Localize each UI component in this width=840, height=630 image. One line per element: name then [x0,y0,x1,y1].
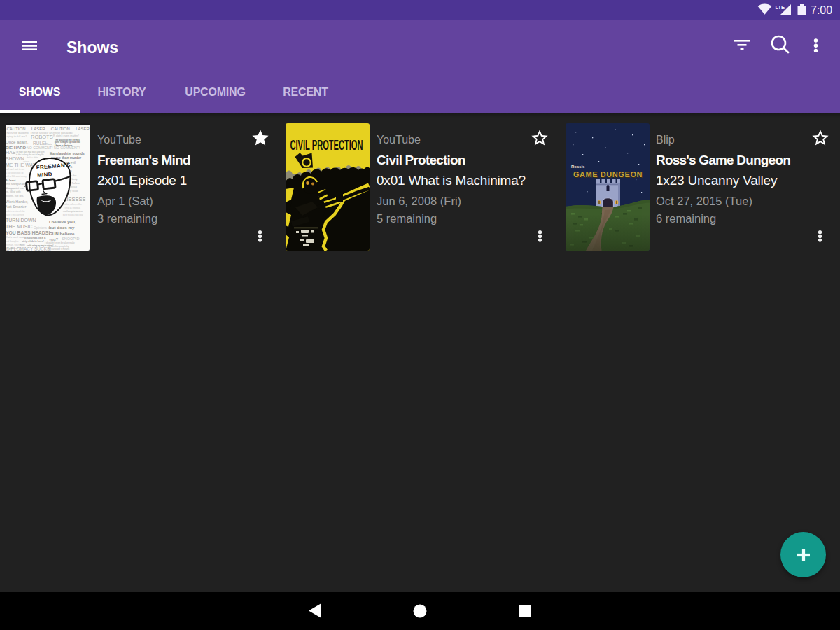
svg-text:strip club in here!: strip club in here! [22,240,44,243]
svg-text:Not Smarter: Not Smarter [6,204,27,209]
svg-text:At least: At least [6,178,16,182]
svg-text:DIPLOMACY SUCKS!: DIPLOMACY SUCKS! [6,246,51,251]
svg-text:a 50ft projection up: a 50ft projection up [6,172,24,174]
svg-text:CIVIL PROTECTION: CIVIL PROTECTION [290,136,363,153]
svg-text:SHOWN: SHOWN [6,156,24,161]
svg-text:hasn't I fell court here: hasn't I fell court here [6,214,24,216]
svg-text:R didn't even matter!: R didn't even matter! [53,134,79,137]
svg-text:real thoughts: real thoughts [6,240,19,243]
svg-text:disappoint me.: disappoint me. [6,186,24,190]
svg-text:TURN DOWN: TURN DOWN [6,218,36,223]
svg-text:that's a dollar: that's a dollar [27,156,38,159]
svg-text:ns, filled with: ns, filled with [6,190,21,193]
svg-text:but does my: but does my [49,225,75,230]
svg-text:coffee, coffee, coffee: coffee, coffee, coffee [64,203,82,206]
svg-text:SNOOPID: SNOOPID [62,237,79,241]
svg-text:but if this you took your: but if this you took your [63,214,83,216]
svg-text:NO COMMENT! NO COMMENT!: NO COMMENT! NO COMMENT! [27,146,80,150]
svg-text:it's not as strong as: it's not as strong as [64,206,81,209]
svg-text:I shouldn't even be alive real: I shouldn't even be alive really [45,241,75,244]
svg-text:bullets, not lies.: bullets, not lies. [6,195,24,197]
svg-text:Work Harder,: Work Harder, [6,200,29,204]
svg-text:smile in a mineral club: smile in a mineral club [6,210,25,213]
svg-text:Once again,: Once again, [6,140,29,144]
svg-text:ROBOTS: ROBOTS [31,134,53,140]
svg-text:Manslaughter sounds: Manslaughter sounds [50,152,85,155]
svg-text:ME THE WAY: ME THE WAY [6,162,36,167]
svg-text:YOU BASS HEADS!: YOU BASS HEADS! [6,230,50,235]
svg-text:DIE HARD: DIE HARD [6,146,27,150]
svg-text:rying to kill me?: rying to kill me? [7,134,28,138]
svg-text:I believe you,: I believe you, [49,219,76,224]
svg-text:Owl's can't read: Owl's can't read [6,236,24,239]
svg-text:MIND: MIND [37,171,52,178]
svg-text:HAS: HAS [6,150,16,155]
svg-text:so I can't wait to see: so I can't wait to see [6,168,24,171]
svg-text:with a 300 word essay: with a 300 word essay [6,175,27,178]
svg-text:GUN believe: GUN believe [49,231,75,236]
svg-text:THE MUSIC: THE MUSIC [6,224,33,229]
svg-text:methamphetamine: methamphetamine [63,210,83,213]
svg-text:gone straight up now that: gone straight up now that [55,141,80,144]
svg-text:GAME DUNGEON: GAME DUNGEON [573,170,643,178]
svg-text:LTE: LTE [776,4,785,10]
svg-text:It sounds like a: It sounds like a [24,236,46,239]
svg-text:Ross's: Ross's [571,164,585,169]
